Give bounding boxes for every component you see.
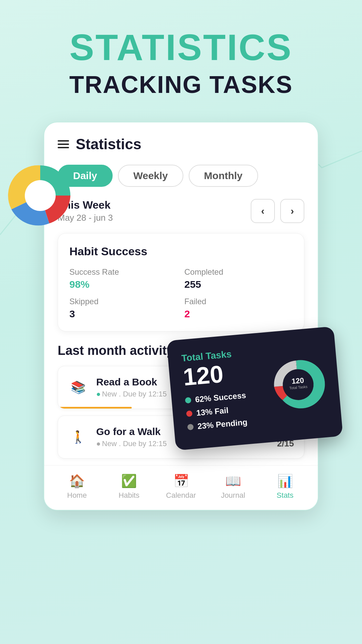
app-header: Statistics [58, 136, 304, 153]
nav-journal[interactable]: 📖 Journal [207, 474, 259, 500]
read-book-icon: 📚 [68, 377, 88, 397]
nav-habits[interactable]: ✅ Habits [103, 474, 155, 500]
hero-title: STATISTICS [0, 27, 362, 67]
stat-skipped: Skipped 3 [69, 297, 178, 320]
nav-stats[interactable]: 📊 Stats [259, 474, 311, 500]
stat-completed: Completed 255 [184, 267, 293, 290]
legend-fail: 13% Fail [186, 402, 264, 419]
svg-text:120: 120 [291, 376, 304, 385]
tab-filter: Daily Weekly Monthly [58, 165, 304, 187]
bottom-nav: 🏠 Home ✅ Habits 📅 Calendar 📖 Journal 📊 S… [44, 465, 318, 510]
failed-label: Failed [184, 297, 293, 306]
card-legend: 62% Success 13% Fail 23% Pending [185, 389, 265, 432]
nav-stats-label: Stats [277, 491, 293, 500]
legend-pending: 23% Pending [187, 416, 265, 432]
stats-icon: 📊 [277, 474, 293, 488]
card-info: Total Tasks 120 62% Success 13% Fail 23%… [181, 346, 265, 436]
phone-frame: Statistics Daily Weekly Monthly This Wee… [44, 122, 318, 511]
app-title: Statistics [76, 136, 141, 153]
success-rate-value: 98% [69, 279, 89, 290]
skipped-value: 3 [69, 308, 75, 319]
success-rate-label: Success Rate [69, 267, 178, 277]
completed-label: Completed [184, 267, 293, 277]
completed-value: 255 [184, 279, 201, 290]
floating-stats-card: Total Tasks 120 62% Success 13% Fail 23%… [167, 326, 343, 450]
legend-dot-success [185, 397, 192, 404]
legend-success: 62% Success [185, 389, 262, 405]
failed-value: 2 [184, 308, 190, 319]
prev-arrow[interactable]: ‹ [251, 199, 275, 223]
hero-subtitle: TRACKING TASKS [0, 71, 362, 98]
nav-home[interactable]: 🏠 Home [51, 474, 103, 500]
pie-chart-decoration [7, 162, 74, 229]
nav-calendar[interactable]: 📅 Calendar [155, 474, 207, 500]
walk-icon: 🚶 [68, 427, 88, 447]
menu-button[interactable] [58, 140, 69, 148]
habits-icon: ✅ [121, 474, 137, 488]
stat-failed: Failed 2 [184, 297, 293, 320]
stat-success-rate: Success Rate 98% [69, 267, 178, 290]
habit-success-card: Habit Success Success Rate 98% Completed… [58, 233, 304, 331]
tab-weekly[interactable]: Weekly [118, 165, 183, 187]
habit-stats: Success Rate 98% Completed 255 Skipped 3… [69, 267, 293, 320]
tab-monthly[interactable]: Monthly [189, 165, 258, 187]
journal-icon: 📖 [225, 474, 241, 488]
hero-section: STATISTICS TRACKING TASKS [0, 0, 362, 108]
legend-dot-pending [187, 424, 194, 430]
nav-arrows: ‹ › [251, 199, 304, 223]
home-icon: 🏠 [69, 474, 85, 488]
legend-text-success: 62% Success [195, 390, 246, 404]
donut-chart: 120 Total Tasks [269, 356, 327, 414]
card-number: 120 [182, 359, 261, 389]
nav-home-label: Home [67, 491, 87, 500]
nav-calendar-label: Calendar [166, 491, 196, 500]
calendar-icon: 📅 [173, 474, 189, 488]
nav-journal-label: Journal [221, 491, 245, 500]
week-nav: This Week May 28 - jun 3 ‹ › [58, 199, 304, 223]
legend-text-pending: 23% Pending [197, 417, 248, 431]
legend-dot-fail [186, 411, 193, 417]
legend-text-fail: 13% Fail [196, 406, 229, 418]
next-arrow[interactable]: › [280, 199, 304, 223]
habit-card-title: Habit Success [69, 245, 293, 258]
nav-habits-label: Habits [119, 491, 139, 500]
skipped-label: Skipped [69, 297, 178, 306]
phone-container: Statistics Daily Weekly Monthly This Wee… [44, 122, 318, 511]
svg-point-4 [25, 180, 56, 211]
